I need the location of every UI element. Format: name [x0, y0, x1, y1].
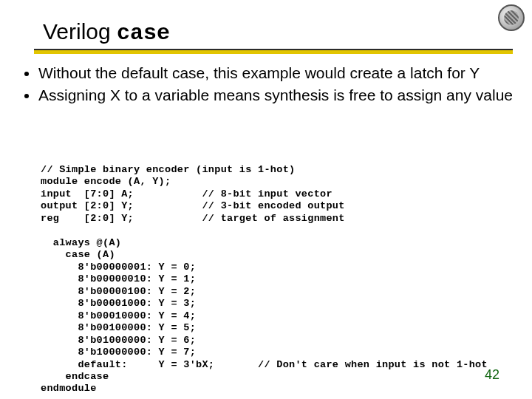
bullet-item: Without the default case, this example w…: [38, 64, 514, 83]
code-block: // Simple binary encoder (input is 1-hot…: [41, 164, 488, 395]
title-rule-yellow: [34, 50, 513, 54]
title-word-verilog: Verilog: [43, 19, 111, 44]
page-number: 42: [485, 367, 499, 383]
title-word-case: case: [117, 21, 170, 46]
logo-inner: [504, 10, 519, 25]
bullet-item: Assigning X to a variable means synthesi…: [38, 86, 514, 105]
institution-logo: [498, 4, 525, 31]
slide-title: Verilog case: [43, 21, 170, 44]
bullet-list: Without the default case, this example w…: [18, 64, 514, 109]
